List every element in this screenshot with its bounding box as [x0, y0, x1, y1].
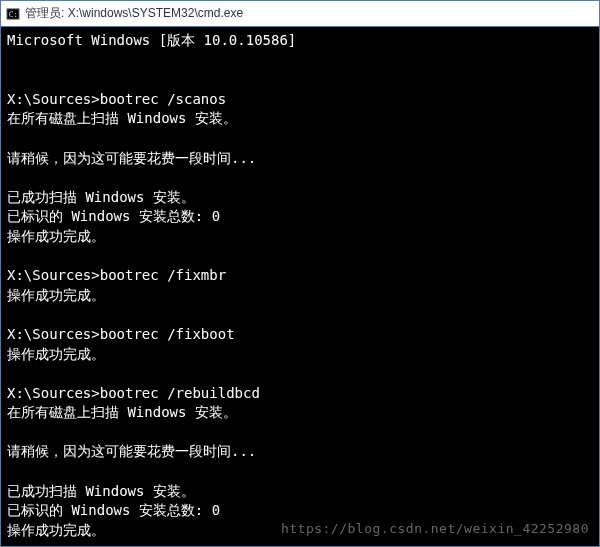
prompt: X:\Sources> [7, 385, 100, 401]
titlebar[interactable]: C: 管理员: X:\windows\SYSTEM32\cmd.exe [1, 1, 599, 27]
output-line [7, 462, 593, 482]
command-text: bootrec /scanos [100, 91, 226, 107]
blank-line [7, 364, 593, 384]
output-line: 已成功扫描 Windows 安装。 [7, 482, 593, 502]
output-line [7, 129, 593, 149]
command-line: X:\Sources>bootrec /scanos [7, 90, 593, 110]
cmd-window: C: 管理员: X:\windows\SYSTEM32\cmd.exe Micr… [0, 0, 600, 547]
output-line: 操作成功完成。 [7, 227, 593, 247]
command-text: bootrec /fixboot [100, 326, 235, 342]
output-line: 已成功扫描 Windows 安装。 [7, 188, 593, 208]
command-text: bootrec /rebuildbcd [100, 385, 260, 401]
cmd-icon: C: [5, 6, 21, 22]
blank-line [7, 247, 593, 267]
terminal-header: Microsoft Windows [版本 10.0.10586] [7, 31, 593, 51]
command-line: X:\Sources>bootrec /rebuildbcd [7, 384, 593, 404]
blank-line [7, 70, 593, 90]
blank-line [7, 51, 593, 71]
prompt: X:\Sources> [7, 267, 100, 283]
prompt: X:\Sources> [7, 326, 100, 342]
output-line: 请稍候，因为这可能要花费一段时间... [7, 442, 593, 462]
output-line: 已标识的 Windows 安装总数: 0 [7, 501, 593, 521]
output-line [7, 168, 593, 188]
output-line [7, 423, 593, 443]
watermark: https://blog.csdn.net/weixin_42252980 [281, 520, 589, 538]
terminal-body[interactable]: Microsoft Windows [版本 10.0.10586] X:\Sou… [1, 27, 599, 546]
command-line: X:\Sources>bootrec /fixmbr [7, 266, 593, 286]
output-line: 已标识的 Windows 安装总数: 0 [7, 207, 593, 227]
blank-line [7, 540, 593, 546]
command-line: X:\Sources>bootrec /fixboot [7, 325, 593, 345]
window-title: 管理员: X:\windows\SYSTEM32\cmd.exe [25, 5, 243, 22]
blank-line [7, 305, 593, 325]
output-line: 在所有磁盘上扫描 Windows 安装。 [7, 109, 593, 129]
svg-text:C:: C: [9, 9, 18, 18]
output-line: 在所有磁盘上扫描 Windows 安装。 [7, 403, 593, 423]
output-line: 操作成功完成。 [7, 345, 593, 365]
prompt: X:\Sources> [7, 91, 100, 107]
output-line: 请稍候，因为这可能要花费一段时间... [7, 149, 593, 169]
output-line: 操作成功完成。 [7, 286, 593, 306]
command-text: bootrec /fixmbr [100, 267, 226, 283]
